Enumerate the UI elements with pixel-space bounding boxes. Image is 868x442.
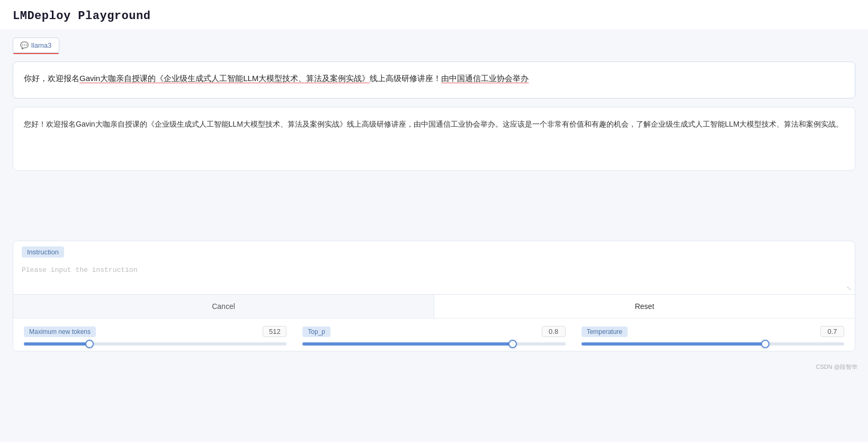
tab-bar: 💬 llama3 [13, 38, 855, 53]
response-text: 您好！欢迎报名Gavin大咖亲自授课的《企业级生成式人工智能LLM大模型技术、算… [24, 117, 844, 131]
slider-temperature-track[interactable] [581, 342, 844, 346]
slider-top-p-fill [302, 342, 513, 346]
slider-temperature-value: 0.7 [820, 326, 844, 337]
slider-temperature: Temperature 0.7 [566, 326, 844, 346]
page-title: LMDeploy Playground [13, 10, 855, 23]
main-content: 💬 llama3 你好，欢迎报名Gavin大咖亲自授课的《企业级生成式人工智能L… [0, 29, 868, 360]
tab-label: llama3 [31, 41, 51, 49]
user-input-box: 你好，欢迎报名Gavin大咖亲自授课的《企业级生成式人工智能LLM大模型技术、算… [13, 61, 855, 99]
slider-max-tokens-value: 512 [263, 326, 287, 337]
chat-icon: 💬 [21, 42, 28, 49]
footer: CSDN @段智华 [0, 360, 868, 374]
slider-top-p-track[interactable] [302, 342, 565, 346]
response-box: 您好！欢迎报名Gavin大咖亲自授课的《企业级生成式人工智能LLM大模型技术、算… [13, 107, 855, 171]
page-header: LMDeploy Playground [0, 0, 868, 29]
slider-max-tokens-header: Maximum new tokens 512 [24, 326, 287, 337]
underline-org: 由中国通信工业协会举办 [441, 74, 529, 83]
sliders-row: Maximum new tokens 512 Top_p 0.8 [13, 318, 855, 351]
instruction-input[interactable] [13, 261, 855, 293]
slider-top-p-header: Top_p 0.8 [302, 326, 565, 337]
tab-llama3[interactable]: 💬 llama3 [13, 38, 59, 53]
cancel-button[interactable]: Cancel [13, 295, 434, 318]
slider-top-p-thumb[interactable] [508, 340, 517, 348]
spacer [13, 177, 855, 241]
slider-max-tokens-label: Maximum new tokens [24, 326, 96, 337]
user-input-text: 你好，欢迎报名Gavin大咖亲自授课的《企业级生成式人工智能LLM大模型技术、算… [24, 72, 844, 85]
bottom-panel: Instruction ⤡ Cancel Reset Maximum new t… [13, 241, 855, 351]
slider-temperature-fill [581, 342, 765, 346]
resize-handle: ⤡ [846, 285, 852, 292]
slider-temperature-label: Temperature [581, 326, 628, 337]
slider-max-tokens-track[interactable] [24, 342, 287, 346]
slider-top-p: Top_p 0.8 [287, 326, 565, 346]
instruction-badge: Instruction [22, 246, 64, 258]
slider-max-tokens: Maximum new tokens 512 [24, 326, 287, 346]
buttons-row: Cancel Reset [13, 294, 855, 318]
slider-max-tokens-fill [24, 342, 90, 346]
slider-top-p-label: Top_p [302, 326, 330, 337]
reset-button[interactable]: Reset [434, 295, 855, 318]
instruction-input-wrapper: ⤡ [13, 261, 855, 294]
instruction-label-row: Instruction [13, 241, 855, 261]
slider-top-p-value: 0.8 [542, 326, 566, 337]
footer-text: CSDN @段智华 [816, 364, 857, 370]
underline-gavin: Gavin大咖亲自授课的 [79, 74, 156, 83]
slider-temperature-header: Temperature 0.7 [581, 326, 844, 337]
slider-temperature-thumb[interactable] [761, 340, 769, 348]
slider-max-tokens-thumb[interactable] [85, 340, 94, 348]
underline-course: 《企业级生成式人工智能LLM大模型技术、算法及案例实战》 [156, 74, 370, 83]
